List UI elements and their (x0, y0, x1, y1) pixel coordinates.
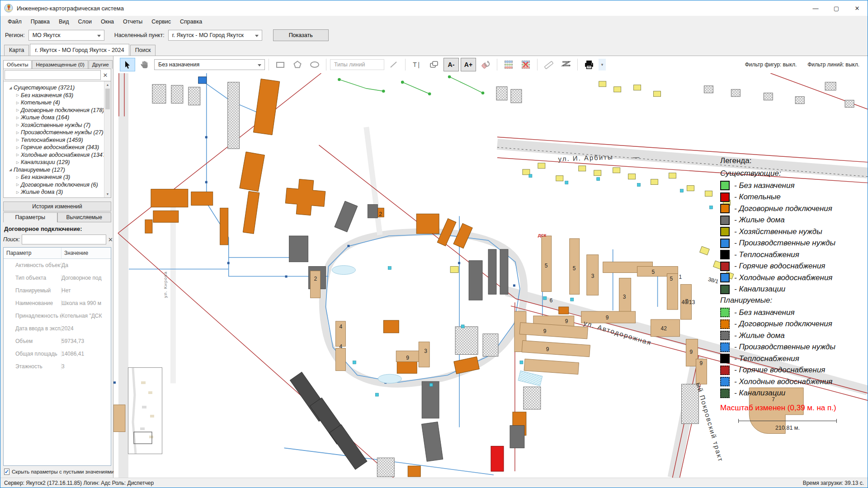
menu-item[interactable]: Вид (54, 17, 74, 27)
menu-item[interactable]: Сервис (147, 17, 175, 27)
maximize-button[interactable]: ▢ (826, 0, 847, 16)
show-button[interactable]: Показать (273, 29, 329, 41)
document-tab[interactable]: Поиск (130, 45, 156, 56)
objects-subtab[interactable]: Объекты (3, 60, 32, 69)
table-row[interactable]: Принадлежность к ко Котельная "ДСК (4, 310, 111, 322)
tree-item[interactable]: ▷ Жилые дома (3) (5, 188, 104, 196)
table-row[interactable]: Наименование Школа на 990 м (4, 297, 111, 310)
parameter-tab[interactable]: Параметры (3, 212, 57, 222)
document-tab[interactable]: г. Якутск - МО Город Якутск - 2024 (30, 44, 129, 56)
scroll-up-icon[interactable]: ▲ (104, 81, 111, 88)
tree-item[interactable]: ▷ Теплоснабжения (1459) (5, 136, 104, 144)
hide-empty-checkbox[interactable]: ✓ (4, 469, 9, 475)
objects-subtab[interactable]: Другие (89, 60, 113, 69)
tree-expander-icon[interactable]: ▷ (14, 123, 21, 127)
tree-expander-icon[interactable]: ▷ (14, 175, 21, 179)
scroll-down-icon[interactable]: ▼ (104, 191, 111, 197)
clear-search-icon[interactable]: ✕ (108, 236, 113, 243)
tree-item[interactable]: ▷ Канализации (129) (5, 159, 104, 166)
draw-ellipse-button[interactable] (307, 58, 322, 71)
table-row[interactable]: Тип объекта Договорное под (4, 272, 111, 284)
draw-rectangle-button[interactable] (273, 58, 288, 71)
tree-expander-icon[interactable]: ▷ (14, 93, 21, 97)
tree-expander-icon[interactable]: ▷ (14, 183, 21, 187)
parameter-name: Дата ввода в эксплуат (4, 325, 61, 332)
tree-expander-icon[interactable]: ▷ (14, 145, 21, 150)
menu-item[interactable]: Правка (26, 17, 54, 27)
table-row[interactable]: Этажность 3 (4, 360, 111, 373)
measure-path-button[interactable] (558, 58, 574, 71)
table-row[interactable]: Активность объекта Да (4, 259, 111, 272)
select-tool-button[interactable] (120, 58, 135, 71)
tree-expander-icon[interactable]: ▷ (14, 116, 21, 120)
table-row[interactable]: Общая площадь 14086,41 (4, 347, 111, 360)
column-parameter[interactable]: Параметр (4, 248, 61, 258)
table-row[interactable]: Объем 59734,73 (4, 335, 111, 347)
column-value[interactable]: Значение (61, 248, 91, 258)
tree-expander-icon[interactable]: ◢ (7, 168, 14, 172)
menu-item[interactable]: Справка (175, 17, 207, 27)
refresh-labels-button[interactable] (478, 58, 493, 71)
line-types-select[interactable]: Типы линий (330, 59, 384, 70)
settlement-select[interactable]: г. Якутск - МО Город Якутск (168, 30, 262, 41)
menu-item[interactable]: Окна (96, 17, 118, 27)
region-select[interactable]: МО Якутск (28, 30, 104, 41)
overview-minimap[interactable] (128, 367, 162, 454)
clear-search-icon[interactable]: ✕ (101, 72, 110, 79)
parameter-tab[interactable]: Вычисляемые (57, 212, 112, 222)
tree-expander-icon[interactable]: ▷ (14, 101, 21, 105)
draw-polygon-button[interactable] (290, 58, 305, 71)
draw-line-button[interactable] (386, 58, 401, 71)
parameters-table-header: Параметр Значение (4, 248, 111, 259)
tree-item[interactable]: ▷ Жилые дома (164) (5, 114, 104, 122)
map-label: 2 (379, 211, 382, 217)
tree-item[interactable]: ▷ Производственные нужды (27) (5, 129, 104, 136)
objects-search-input[interactable] (5, 70, 101, 80)
object-type-select[interactable]: Без назначения (154, 59, 265, 70)
parameter-search-input[interactable] (22, 235, 106, 244)
text-tool-button[interactable]: T∣ (409, 58, 425, 71)
font-increase-button[interactable]: A+ (461, 58, 476, 71)
menu-item[interactable]: Слои (74, 17, 96, 27)
tree-item[interactable]: ▷ Без назначения (63) (5, 92, 104, 99)
scrollbar-thumb[interactable] (105, 89, 110, 109)
tree-item[interactable]: ▷ Без назначения (3) (5, 174, 104, 181)
tree-item[interactable]: ▷ Котельные (4) (5, 99, 104, 107)
tree-scrollbar[interactable]: ▲ ▼ (104, 81, 111, 197)
tree-item[interactable]: ▷ Хозяйственные нужды (7) (5, 122, 104, 129)
pan-tool-button[interactable] (137, 58, 152, 71)
toolbar-overflow-button[interactable]: ▾ (599, 59, 606, 70)
table-row[interactable]: Дата ввода в эксплуат 2024 (4, 322, 111, 335)
menu-item[interactable]: Файл (3, 17, 26, 27)
tree-expander-icon[interactable]: ▷ (14, 138, 21, 142)
tree-expander-icon[interactable]: ◢ (7, 86, 14, 90)
tree-expander-icon[interactable]: ▷ (14, 131, 21, 135)
tree-expander-icon[interactable]: ▷ (14, 160, 21, 164)
layers-clear-button[interactable]: ✕ (518, 58, 533, 71)
tab-history[interactable]: История изменений (3, 202, 111, 211)
tree-item[interactable]: ▷ Договорные подключения (6) (5, 181, 104, 189)
menu-item[interactable]: Отчеты (118, 17, 147, 27)
legend-swatch (720, 250, 730, 259)
tree-item[interactable]: ▷ Холодные водоснабжения (1347) (5, 151, 104, 159)
legend-item: - Холодные водоснабжения (720, 377, 864, 386)
document-tab[interactable]: Карта (4, 45, 29, 56)
print-button[interactable] (581, 58, 597, 71)
minimize-button[interactable]: — (805, 0, 826, 16)
map-label: 5 (652, 269, 655, 275)
font-decrease-button[interactable]: A- (443, 58, 459, 71)
measure-button[interactable] (541, 58, 557, 71)
table-row[interactable]: Планируемый Нет (4, 284, 111, 297)
map-canvas[interactable]: ул. И. Арбиты—ул. Автодорожнаяый Покровс… (113, 73, 868, 478)
tree-item[interactable]: ◢ Существующие (3721) (5, 84, 104, 92)
overlap-objects-button[interactable] (426, 58, 442, 71)
close-button[interactable]: ✕ (847, 0, 868, 16)
tree-item[interactable]: ▷ Горячие водоснабжения (343) (5, 144, 104, 151)
layers-filter-button[interactable] (501, 58, 516, 71)
tree-expander-icon[interactable]: ▷ (14, 190, 21, 194)
tree-item[interactable]: ◢ Планируемые (127) (5, 166, 104, 174)
tree-expander-icon[interactable]: ▷ (14, 153, 21, 157)
tree-item[interactable]: ▷ Договорные подключения (178) (5, 107, 104, 114)
tree-expander-icon[interactable]: ▷ (14, 108, 21, 112)
objects-subtab[interactable]: Неразмещенные (0) (32, 60, 88, 69)
